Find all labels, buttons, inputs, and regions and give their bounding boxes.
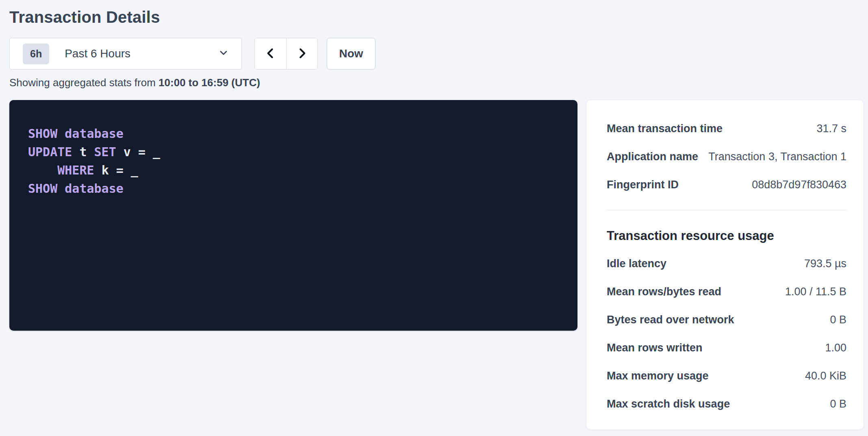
time-range-label: Past 6 Hours [65,47,218,60]
aggregated-stats-range: Showing aggregated stats from 10:00 to 1… [9,76,868,89]
stat-label: Mean rows written [607,342,703,354]
code-token: UPDATE [28,145,79,159]
time-range-badge: 6h [23,44,49,64]
stat-row: Max scratch disk usage0 B [607,390,846,418]
previous-time-button[interactable] [255,38,286,69]
stat-row: Max memory usage40.0 KiB [607,362,846,390]
stat-label: Max memory usage [607,370,709,382]
summary-usage-rows: Idle latency793.5 µsMean rows/bytes read… [607,250,846,418]
code-line: SHOW database [28,124,559,143]
code-token: SHOW database [28,181,124,196]
now-button[interactable]: Now [327,38,375,70]
stat-label: Application name [607,150,698,163]
stat-label: Idle latency [607,257,666,270]
stat-row: Mean transaction time31.7 s [607,115,846,143]
chevron-left-icon [265,47,277,61]
code-token: k = _ [102,163,138,177]
code-line: WHERE k = _ [28,161,559,179]
chevron-right-icon [296,47,308,61]
code-token: WHERE [57,163,101,177]
stat-value: 0 B [830,398,846,410]
time-range-dropdown[interactable]: 6h Past 6 Hours [9,38,242,70]
stat-value: Transaction 3, Transaction 1 [708,150,846,163]
usage-heading-row: Transaction resource usage [607,222,846,250]
main-content: SHOW databaseUPDATE t SET v = _ WHERE k … [9,100,868,429]
code-line: UPDATE t SET v = _ [28,143,559,161]
stat-row: Idle latency793.5 µs [607,250,846,278]
stat-row: Fingerprint ID08d8b7d97f830463 [607,171,846,199]
aggregated-stats-prefix: Showing aggregated stats from [9,76,158,89]
code-token: SHOW database [28,126,124,141]
next-time-button[interactable] [286,38,317,69]
summary-top-rows: Mean transaction time31.7 sApplication n… [607,115,846,199]
code-line: SHOW database [28,179,559,198]
stat-row: Mean rows/bytes read1.00 / 11.5 B [607,278,846,306]
stat-row: Bytes read over network0 B [607,306,846,334]
stat-value: 0 B [830,314,846,326]
code-token: t [79,145,94,159]
stat-row: Application nameTransaction 3, Transacti… [607,143,846,171]
stat-label: Mean rows/bytes read [607,286,721,298]
stat-value: 40.0 KiB [805,370,846,382]
code-token [28,163,57,177]
chevron-down-icon [218,47,229,60]
stat-label: Bytes read over network [607,314,734,326]
page-title: Transaction Details [9,8,868,26]
stat-value: 1.00 [825,342,846,354]
usage-heading: Transaction resource usage [607,229,774,243]
stat-value: 1.00 / 11.5 B [785,286,846,298]
stat-value: 793.5 µs [804,257,846,270]
transaction-details-page: Transaction Details 6h Past 6 Hours Now … [0,0,868,429]
card-divider [607,210,846,210]
code-token: SET [94,145,124,159]
stat-label: Max scratch disk usage [607,398,730,410]
stat-row: Mean rows written1.00 [607,334,846,362]
stat-value: 31.7 s [816,122,846,135]
stat-label: Mean transaction time [607,122,723,135]
time-controls: 6h Past 6 Hours Now [9,38,868,70]
stat-label: Fingerprint ID [607,179,679,191]
time-step-button-group [254,38,318,70]
aggregated-stats-range-bold: 10:00 to 16:59 (UTC) [158,76,260,89]
stat-value: 08d8b7d97f830463 [752,179,846,191]
transaction-summary-card: Mean transaction time31.7 sApplication n… [586,100,864,429]
code-token: v = _ [124,145,160,159]
sql-code: SHOW databaseUPDATE t SET v = _ WHERE k … [9,100,577,331]
